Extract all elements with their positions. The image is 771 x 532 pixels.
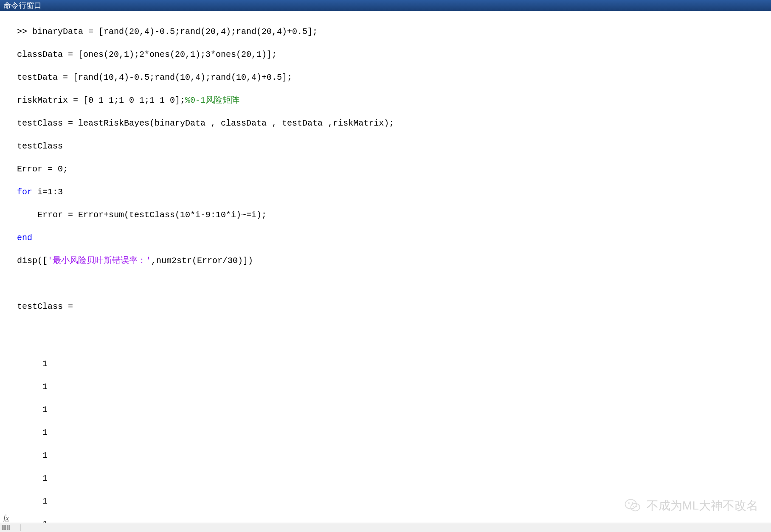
code-line-7: Error = 0;	[17, 164, 68, 174]
code-line-4a: riskMatrix = [0 1 1;1 0 1;1 1 0];	[17, 95, 185, 105]
command-window-title-bar: 命令行窗口	[0, 0, 771, 11]
output-values-block: 1 1 1 1 1 1 1 1 1 1 2 2 2 2 2 2 2 2 2 2 …	[17, 347, 771, 523]
status-grip-icon	[2, 525, 14, 530]
output-value: 1	[42, 382, 48, 392]
code-line-8-rest: i=1:3	[32, 187, 63, 197]
output-value: 1	[42, 359, 48, 369]
code-line-2: classData = [ones(20,1);2*ones(20,1);3*o…	[17, 50, 277, 59]
code-comment: %0-1风险矩阵	[185, 95, 239, 105]
command-window-content[interactable]: >> binaryData = [rand(20,4)-0.5;rand(20,…	[0, 11, 771, 523]
output-value: 1	[42, 428, 48, 437]
code-line-3: testData = [rand(10,4)-0.5;rand(10,4);ra…	[17, 73, 292, 82]
output-value: 1	[42, 405, 48, 414]
code-string: '最小风险贝叶斯错误率：'	[48, 256, 151, 266]
output-value: 1	[42, 451, 48, 460]
keyword-end: end	[17, 233, 32, 243]
status-bar	[0, 523, 771, 532]
code-line-9: Error = Error+sum(testClass(10*i-9:10*i)…	[17, 210, 267, 220]
code-line-6: testClass	[17, 141, 63, 151]
keyword-for: for	[17, 187, 32, 197]
prompt-symbol: >>	[17, 27, 32, 36]
window-title: 命令行窗口	[3, 1, 42, 10]
fx-function-indicator[interactable]: fx	[3, 514, 9, 523]
code-line-5: testClass = leastRiskBayes(binaryData , …	[17, 118, 394, 128]
output-value: 1	[42, 496, 48, 506]
output-value: 1	[42, 519, 48, 523]
output-value: 1	[42, 473, 48, 483]
code-line-11b: ,num2str(Error/30)])	[151, 256, 253, 266]
code-line-1: binaryData = [rand(20,4)-0.5;rand(20,4);…	[32, 27, 318, 36]
code-line-11a: disp([	[17, 256, 48, 266]
code-block: >> binaryData = [rand(20,4)-0.5;rand(20,…	[0, 14, 771, 523]
status-divider	[20, 524, 21, 531]
output-variable-label: testClass =	[17, 302, 73, 311]
